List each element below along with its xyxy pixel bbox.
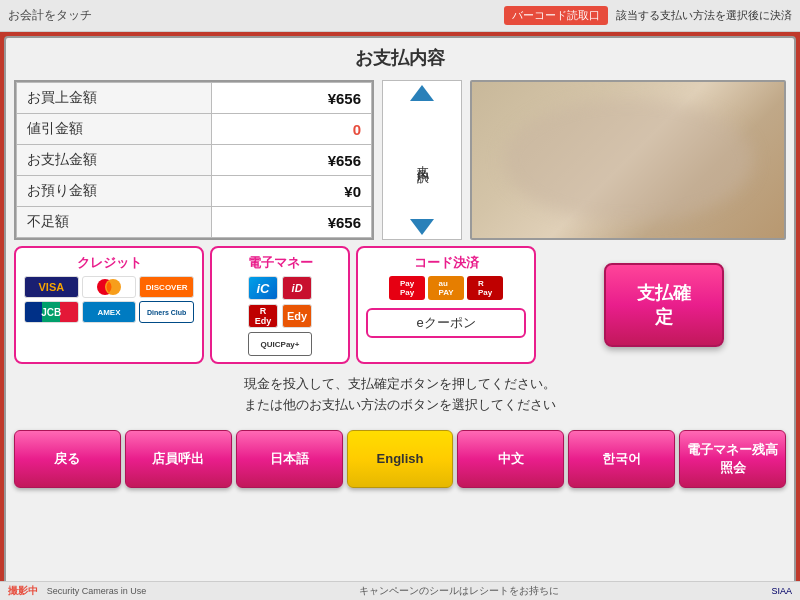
siaa-badge: SIAA: [771, 586, 792, 596]
camera-status: 撮影中 Security Cameras in Use: [8, 584, 146, 598]
payment-screen: お支払内容 お買上金額 ¥656 値引金額 0 お支払金額 ¥656 お預り金額…: [4, 36, 796, 592]
bottom-buttons-area: 戻る店員呼出日本語English中文한국어電子マネー残高照会: [14, 430, 786, 488]
bottom-info-bar: 撮影中 Security Cameras in Use キャンペーンのシールはレ…: [0, 581, 800, 600]
row-label: お買上金額: [17, 83, 212, 114]
id-logo[interactable]: iD: [282, 276, 312, 300]
ic-logo[interactable]: iC: [248, 276, 278, 300]
emoney-payment-box: 電子マネー iC iD REdy Edy QUICPay+: [210, 246, 350, 364]
bottom-nav-button[interactable]: 한국어: [568, 430, 675, 488]
screen-title: お支払内容: [14, 46, 786, 70]
bottom-nav-button[interactable]: 店員呼出: [125, 430, 232, 488]
paypay-logo[interactable]: PayPay: [389, 276, 425, 300]
confirm-payment-button[interactable]: 支払確定: [604, 263, 724, 347]
row-label: 不足額: [17, 207, 212, 238]
bottom-nav-button[interactable]: 電子マネー残高照会: [679, 430, 786, 488]
discover-logo[interactable]: DISCOVER: [139, 276, 194, 298]
row-label: 値引金額: [17, 114, 212, 145]
amex-logo[interactable]: AMEX: [82, 301, 137, 323]
rpay-logo[interactable]: RPay: [467, 276, 503, 300]
emoney-logos: iC iD REdy Edy QUICPay+: [248, 276, 312, 356]
table-row: 不足額 ¥656: [17, 207, 372, 238]
credit-title: クレジット: [77, 254, 142, 272]
instruction-area: 現金を投入して、支払確定ボタンを押してください。 または他のお支払い方法のボタン…: [14, 374, 786, 416]
row-value: ¥656: [212, 145, 372, 176]
qr-payment-box: コード決済 PayPay auPAY RPay eクーポン: [356, 246, 536, 364]
breakdown-section: 支払内訳: [382, 80, 462, 240]
visa-logo[interactable]: VISA: [24, 276, 79, 298]
row-value: 0: [212, 114, 372, 145]
breakdown-label: 支払内訳: [414, 156, 431, 164]
qr-logos: PayPay auPAY RPay: [389, 276, 503, 300]
quicpay-logo[interactable]: QUICPay+: [248, 332, 312, 356]
row-label: お預り金額: [17, 176, 212, 207]
instruction-line-1: 現金を投入して、支払確定ボタンを押してください。: [14, 374, 786, 395]
payment-methods-area: クレジット VISA DISCOVER JCB AMEX Diners Club…: [14, 246, 786, 364]
table-row: お買上金額 ¥656: [17, 83, 372, 114]
rakuten-logo[interactable]: REdy: [248, 304, 278, 328]
scroll-up-icon[interactable]: [410, 85, 434, 101]
barcode-label: バーコード読取口: [504, 6, 608, 25]
scroll-down-icon[interactable]: [410, 219, 434, 235]
card-logos: VISA DISCOVER JCB AMEX Diners Club: [24, 276, 194, 323]
top-bar-instruction: 該当する支払い方法を選択後に決済: [616, 8, 792, 23]
bottom-nav-button[interactable]: 中文: [457, 430, 564, 488]
row-value: ¥0: [212, 176, 372, 207]
table-row: 値引金額 0: [17, 114, 372, 145]
camera-blur-overlay: [503, 98, 753, 223]
row-value: ¥656: [212, 83, 372, 114]
credit-payment-box: クレジット VISA DISCOVER JCB AMEX Diners Club: [14, 246, 204, 364]
top-bar: お会計をタッチ バーコード読取口 該当する支払い方法を選択後に決済: [0, 0, 800, 32]
qr-title: コード決済: [414, 254, 479, 272]
jcb-logo[interactable]: JCB: [24, 301, 79, 323]
row-label: お支払金額: [17, 145, 212, 176]
confirm-section: 支払確定: [542, 246, 786, 364]
instruction-line-2: または他のお支払い方法のボタンを選択してください: [14, 395, 786, 416]
bottom-nav-button[interactable]: English: [347, 430, 454, 488]
row-value: ¥656: [212, 207, 372, 238]
edy-logo[interactable]: Edy: [282, 304, 312, 328]
ecoupon-button[interactable]: eクーポン: [366, 308, 526, 338]
mastercard-logo[interactable]: [82, 276, 137, 298]
campaign-text: キャンペーンのシールはレシートをお持ちに: [359, 584, 559, 598]
breakdown-content: 支払内訳: [414, 101, 431, 219]
bottom-nav-button[interactable]: 戻る: [14, 430, 121, 488]
bottom-nav-button[interactable]: 日本語: [236, 430, 343, 488]
emoney-title: 電子マネー: [248, 254, 313, 272]
camera-preview: [470, 80, 786, 240]
aupay-logo[interactable]: auPAY: [428, 276, 464, 300]
content-area: お買上金額 ¥656 値引金額 0 お支払金額 ¥656 お預り金額 ¥0 不足…: [14, 80, 786, 240]
table-row: お支払金額 ¥656: [17, 145, 372, 176]
payment-table: お買上金額 ¥656 値引金額 0 お支払金額 ¥656 お預り金額 ¥0 不足…: [14, 80, 374, 240]
table-row: お預り金額 ¥0: [17, 176, 372, 207]
camera-feed: [472, 82, 784, 238]
diners-logo[interactable]: Diners Club: [139, 301, 194, 323]
top-bar-text: お会計をタッチ: [8, 7, 92, 24]
